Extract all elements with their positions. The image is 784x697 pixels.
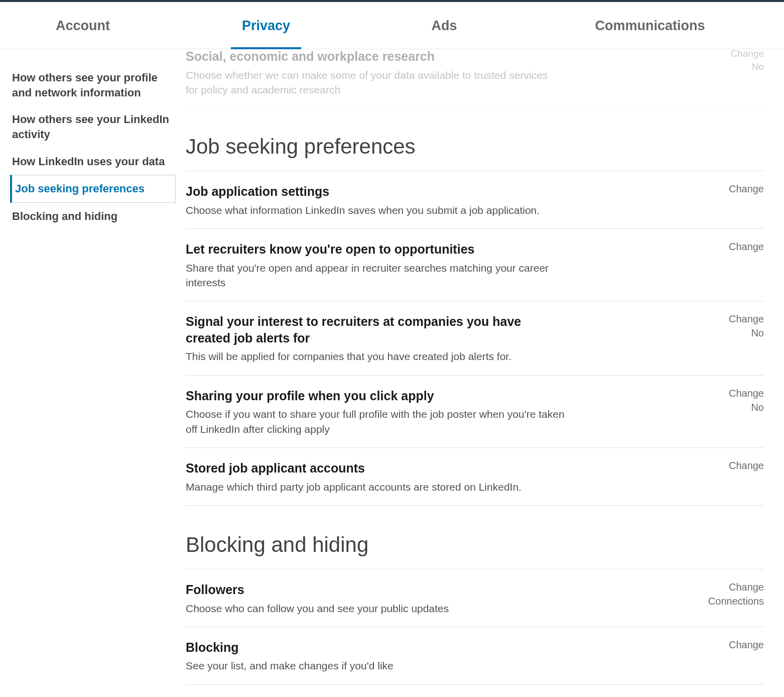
- setting-title: Job application settings: [186, 183, 537, 200]
- settings-sidebar: How others see your profile and network …: [0, 49, 186, 697]
- sidebar-item-blocking[interactable]: Blocking and hiding: [10, 203, 176, 230]
- setting-row-share-profile-apply[interactable]: Sharing your profile when you click appl…: [186, 376, 764, 448]
- tab-ads[interactable]: Ads: [361, 2, 527, 49]
- setting-row-stored-accounts[interactable]: Stored job applicant accounts Manage whi…: [186, 448, 764, 506]
- section-heading-blocking: Blocking and hiding: [186, 506, 764, 569]
- sidebar-item-data-usage[interactable]: How LinkedIn uses your data: [10, 148, 176, 175]
- setting-title: Stored job applicant accounts: [186, 460, 537, 477]
- sidebar-item-label: How LinkedIn uses your data: [12, 155, 165, 168]
- setting-description: Manage which third party job applicant a…: [186, 480, 567, 494]
- change-link[interactable]: Change: [729, 241, 764, 253]
- sidebar-item-label: Job seeking preferences: [15, 182, 145, 195]
- setting-title: Social, economic and workplace research: [186, 48, 537, 65]
- setting-row-unfollowed[interactable]: Unfollowed See who you have unfollowed, …: [186, 685, 764, 697]
- setting-title: Blocking: [186, 639, 537, 656]
- setting-title: Signal your interest to recruiters at co…: [186, 313, 537, 346]
- setting-row-blocking[interactable]: Blocking See your list, and make changes…: [186, 627, 764, 685]
- sidebar-item-job-seeking[interactable]: Job seeking preferences: [10, 175, 176, 203]
- setting-title: Let recruiters know you're open to oppor…: [186, 241, 537, 258]
- sidebar-item-label: How others see your LinkedIn activity: [12, 113, 169, 141]
- tab-communications[interactable]: Communications: [532, 2, 768, 49]
- setting-title: Followers: [186, 582, 537, 598]
- sidebar-item-activity-visibility[interactable]: How others see your LinkedIn activity: [10, 106, 176, 148]
- setting-row-signal-interest[interactable]: Signal your interest to recruiters at co…: [186, 301, 764, 375]
- setting-status: No: [751, 327, 764, 339]
- change-link[interactable]: Change: [729, 183, 764, 195]
- change-link[interactable]: Change: [730, 48, 764, 59]
- change-link[interactable]: Change: [729, 313, 764, 325]
- setting-description: Choose who can follow you and see your p…: [186, 601, 567, 616]
- sidebar-item-profile-visibility[interactable]: How others see your profile and network …: [10, 64, 176, 106]
- sidebar-item-label: Blocking and hiding: [12, 210, 117, 222]
- setting-row-job-application[interactable]: Job application settings Choose what inf…: [186, 171, 764, 229]
- setting-description: Choose whether we can make some of your …: [186, 68, 557, 97]
- setting-status: No: [751, 402, 764, 413]
- setting-status: Connections: [708, 596, 764, 607]
- setting-title: Sharing your profile when you click appl…: [186, 388, 537, 404]
- setting-row-followers[interactable]: Followers Choose who can follow you and …: [186, 569, 764, 627]
- change-link[interactable]: Change: [729, 460, 764, 472]
- section-heading-job-seeking: Job seeking preferences: [186, 107, 764, 171]
- setting-description: Choose what information LinkedIn saves w…: [186, 203, 567, 217]
- setting-description: Share that you're open and appear in rec…: [186, 261, 567, 290]
- settings-main: Social, economic and workplace research …: [186, 49, 784, 697]
- tab-account[interactable]: Account: [0, 2, 166, 49]
- settings-tabs: Account Privacy Ads Communications: [0, 2, 784, 49]
- setting-description: Choose if you want to share your full pr…: [186, 407, 567, 436]
- change-link[interactable]: Change: [729, 388, 764, 399]
- setting-description: See your list, and make changes if you'd…: [186, 658, 567, 673]
- setting-description: This will be applied for companies that …: [186, 349, 567, 364]
- setting-row-open-to-recruiters[interactable]: Let recruiters know you're open to oppor…: [186, 229, 764, 301]
- tab-privacy[interactable]: Privacy: [181, 2, 351, 49]
- change-link[interactable]: Change: [729, 639, 764, 651]
- setting-row-research[interactable]: Social, economic and workplace research …: [186, 48, 764, 107]
- setting-status: No: [752, 61, 764, 72]
- sidebar-item-label: How others see your profile and network …: [12, 71, 158, 99]
- change-link[interactable]: Change: [729, 582, 764, 593]
